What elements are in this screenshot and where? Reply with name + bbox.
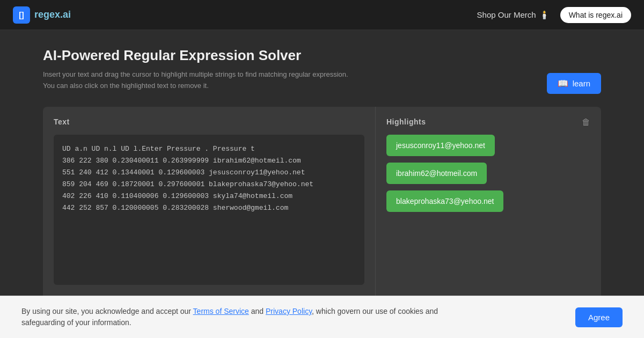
header-right: Shop Our Merch 🕯️ What is regex.ai — [477, 7, 631, 23]
logo-name: regex — [34, 9, 60, 20]
text-line: 386 222 380 0.230400011 0.263999999 ibra… — [62, 155, 356, 167]
header: [] regex.ai Shop Our Merch 🕯️ What is re… — [0, 0, 644, 30]
merch-link[interactable]: Shop Our Merch 🕯️ — [477, 10, 550, 20]
text-panel: Text UD a.n UD n.l UD l.Enter Pressure .… — [43, 107, 376, 300]
text-line: 402 226 410 0.110400006 0.129600003 skyl… — [62, 190, 356, 202]
what-is-button[interactable]: What is regex.ai — [560, 7, 631, 23]
page-title: AI-Powered Regular Expression Solver — [43, 47, 601, 64]
cookie-connector: and — [249, 307, 266, 315]
logo-text: regex.ai — [34, 9, 71, 20]
page-description: Insert your text and drag the cursor to … — [43, 69, 601, 92]
highlight-chip[interactable]: jesusconroy11@yehoo.net — [386, 135, 495, 156]
highlights-panel-label: Highlights — [386, 117, 590, 126]
delete-icon[interactable]: 🗑 — [582, 117, 590, 127]
learn-icon: 📖 — [558, 78, 568, 89]
workspace-panel: Text UD a.n UD n.l UD l.Enter Pressure .… — [43, 107, 601, 300]
cookie-text: By using our site, you acknowledge and a… — [21, 306, 451, 328]
merch-icon: 🕯️ — [539, 10, 550, 20]
logo[interactable]: [] regex.ai — [13, 6, 71, 24]
cookie-banner: By using our site, you acknowledge and a… — [0, 296, 644, 338]
highlight-chips-container: jesusconroy11@yehoo.net ibrahim62@hotmei… — [386, 135, 590, 212]
highlight-chip[interactable]: ibrahim62@hotmeil.com — [386, 163, 487, 184]
text-line: 551 240 412 0.13440001 0.129600003 jesus… — [62, 167, 356, 179]
text-line: UD a.n UD n.l UD l.Enter Pressure . Pres… — [62, 143, 356, 155]
logo-icon: [] — [13, 6, 30, 24]
text-content-area[interactable]: UD a.n UD n.l UD l.Enter Pressure . Pres… — [54, 135, 364, 285]
text-panel-label: Text — [54, 117, 364, 126]
agree-button[interactable]: Agree — [575, 307, 623, 327]
highlights-panel: Highlights 🗑 jesusconroy11@yehoo.net ibr… — [376, 107, 601, 300]
learn-label: learn — [573, 79, 590, 88]
desc-line1: Insert your text and drag the cursor to … — [43, 70, 348, 78]
privacy-policy-link[interactable]: Privacy Policy — [266, 307, 312, 315]
learn-button[interactable]: 📖 learn — [547, 73, 601, 94]
main-content: AI-Powered Regular Expression Solver Ins… — [0, 30, 644, 317]
desc-line2: You can also click on the highlighted te… — [43, 82, 209, 90]
cookie-prefix: By using our site, you acknowledge and a… — [21, 307, 193, 315]
highlight-chip[interactable]: blakeprohaska73@yehoo.net — [386, 190, 503, 212]
text-line: 859 204 469 0.18720001 0.297600001 blake… — [62, 179, 356, 190]
logo-tld: .ai — [60, 9, 71, 20]
merch-label: Shop Our Merch — [477, 10, 536, 19]
terms-of-service-link[interactable]: Terms of Service — [193, 307, 249, 315]
text-line: 442 252 857 0.120000005 0.283200028 sher… — [62, 202, 356, 214]
